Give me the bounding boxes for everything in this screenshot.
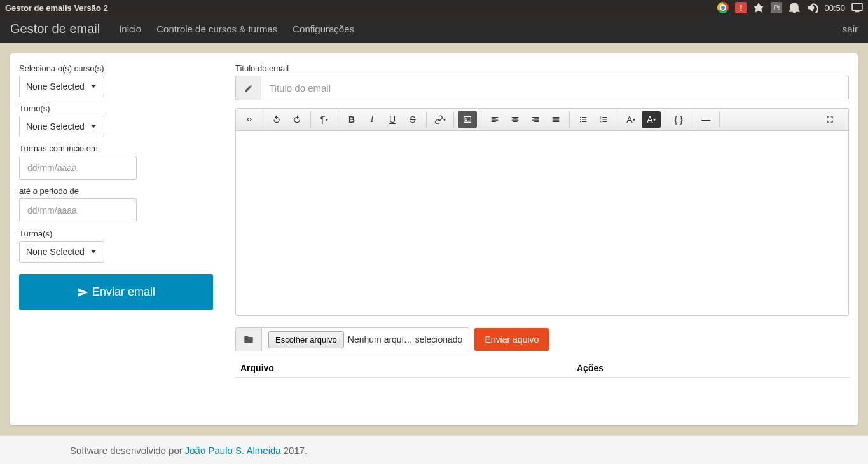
link-icon[interactable]: ▾ [431,111,450,128]
nav-home[interactable]: Inicio [119,24,141,34]
svg-point-5 [580,119,581,120]
bold-icon[interactable]: B [342,111,361,128]
undo-icon[interactable] [267,111,286,128]
svg-rect-0 [852,3,862,10]
list-ul-icon[interactable] [574,111,593,128]
upload-button[interactable]: Enviar aquivo [474,328,549,351]
course-select[interactable]: None Selected [19,76,104,97]
clock[interactable]: 00:50 [824,3,845,13]
bell-icon[interactable] [789,2,800,13]
paragraph-icon[interactable]: ¶▾ [315,111,334,128]
choose-file-button[interactable]: Escolher arquivo [268,331,344,348]
fullscreen-icon[interactable] [820,111,839,128]
redo-icon[interactable] [287,111,307,128]
rich-editor: ¶▾ B I U S ▾ [235,108,849,316]
app-navbar: Gestor de email Inicio Controle de curso… [0,15,868,43]
nav-settings[interactable]: Configurações [293,24,354,34]
main-panel: Seleciona o(s) curso(s) None Selected Tu… [10,53,858,425]
nav-logout[interactable]: sair [843,24,858,34]
svg-point-3 [465,118,467,119]
footer: Software desenvolvido por João Paulo S. … [0,435,868,464]
svg-rect-1 [855,11,860,13]
col-file: Arquivo [240,363,577,373]
brand: Gestor de email [10,22,100,36]
nav-courses[interactable]: Controle de cursos & turmas [156,24,277,34]
alert-icon[interactable]: ! [735,2,747,13]
start-date-label: Turmas com incio em [19,144,223,153]
start-date-input[interactable] [19,156,137,180]
folder-open-icon [244,334,254,345]
file-upload-row: Escolher arquivo Nenhum arqui… seleciona… [235,327,849,351]
editor-body[interactable] [236,131,848,315]
svg-point-4 [580,117,581,118]
svg-point-6 [580,121,581,123]
email-title-label: Titulo do email [235,64,849,73]
turma-select[interactable]: None Selected [19,241,104,263]
title-addon [235,76,261,100]
send-email-label: Enviar email [92,285,155,299]
turma-label: Turma(s) [19,229,223,238]
footer-prefix: Software desenvolvido por [70,445,183,456]
keyboard-indicator[interactable]: Pt [771,2,782,13]
list-ol-icon[interactable]: 123 [594,111,613,128]
turno-select[interactable]: None Selected [19,116,104,137]
paper-plane-icon [77,287,88,298]
code-view-icon[interactable] [240,111,259,128]
os-topbar: Gestor de emails Versão 2 ! Pt 00:50 [0,0,868,15]
image-icon[interactable] [458,111,477,128]
align-justify-icon[interactable] [546,111,565,128]
svg-text:3: 3 [600,120,602,123]
font-color-icon[interactable]: A▾ [621,111,640,128]
volume-icon[interactable] [806,2,818,13]
folder-addon [235,327,262,351]
pin-icon[interactable] [753,2,764,13]
filter-sidebar: Seleciona o(s) curso(s) None Selected Tu… [19,62,223,416]
page-body: Seleciona o(s) curso(s) None Selected Tu… [0,43,868,435]
align-center-icon[interactable] [506,111,525,128]
italic-icon[interactable]: I [362,111,382,128]
send-email-button[interactable]: Enviar email [19,274,213,310]
align-left-icon[interactable] [485,111,504,128]
strike-icon[interactable]: S [403,111,422,128]
compose-area: Titulo do email ¶▾ [235,62,849,416]
end-date-input[interactable] [19,198,137,222]
email-title-input[interactable] [261,76,849,100]
bg-color-icon[interactable]: A▾ [642,111,661,128]
screen-icon[interactable] [851,2,863,13]
col-actions: Ações [577,363,844,373]
window-title: Gestor de emails Versão 2 [5,3,717,13]
course-label: Seleciona o(s) curso(s) [19,64,223,73]
hr-icon[interactable]: — [696,111,715,128]
editor-toolbar: ¶▾ B I U S ▾ [236,109,848,131]
footer-author-link[interactable]: João Paulo S. Almeida [185,445,281,456]
pencil-icon [244,84,253,93]
underline-icon[interactable]: U [383,111,402,128]
system-tray: ! Pt 00:50 [717,2,863,13]
align-right-icon[interactable] [526,111,545,128]
attachments-table-header: Arquivo Ações [235,357,849,378]
footer-suffix: 2017. [284,445,308,456]
code-block-icon[interactable]: { } [669,111,688,128]
turno-label: Turno(s) [19,104,223,113]
file-status-text: Nenhum arqui… selecionado [348,334,463,345]
chrome-icon[interactable] [717,2,729,13]
end-date-label: até o periodo de [19,186,223,196]
